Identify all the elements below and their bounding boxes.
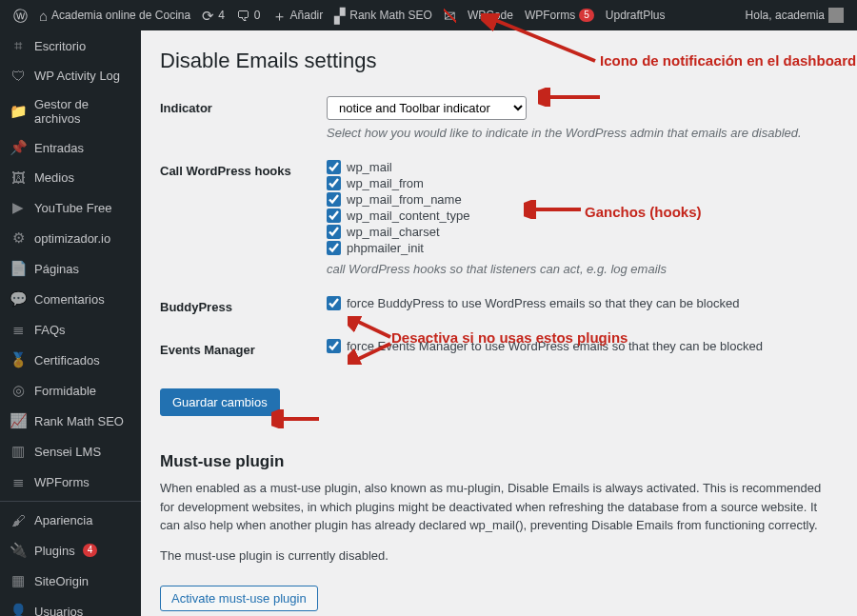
hello-label: Hola, academia bbox=[746, 9, 825, 22]
hook-label: phpmailer_init bbox=[347, 241, 424, 255]
buddypress-checkbox[interactable] bbox=[327, 296, 341, 310]
sidebar-item-youtube-free[interactable]: ▶YouTube Free bbox=[0, 192, 141, 223]
comments-count: 0 bbox=[254, 9, 261, 22]
comment-icon: 🗨 bbox=[236, 9, 250, 23]
wpforms-badge: 5 bbox=[579, 9, 594, 22]
menu-icon: 📈 bbox=[10, 412, 27, 429]
sidebar-item-label: optimizador.io bbox=[34, 231, 110, 246]
sidebar-item-label: Páginas bbox=[34, 262, 79, 276]
wordpress-icon: ⓦ bbox=[13, 9, 28, 23]
disable-emails-indicator[interactable]: ✉ bbox=[438, 9, 462, 23]
sidebar-item-comentarios[interactable]: 💬Comentarios bbox=[0, 284, 141, 314]
site-name[interactable]: ⌂Academia online de Cocina bbox=[33, 9, 196, 23]
sidebar-item-label: Rank Math SEO bbox=[34, 414, 124, 428]
menu-icon: 🏅 bbox=[10, 351, 27, 368]
hooks-list: wp_mailwp_mail_fromwp_mail_from_namewp_m… bbox=[327, 159, 838, 256]
home-icon: ⌂ bbox=[39, 9, 48, 23]
wp-logo[interactable]: ⓦ bbox=[8, 9, 33, 23]
menu-icon: ⌗ bbox=[10, 37, 27, 54]
sidebar-item-label: Certificados bbox=[34, 353, 100, 368]
sidebar-item-label: WP Activity Log bbox=[34, 69, 120, 83]
hook-checkbox-phpmailer_init[interactable] bbox=[327, 241, 341, 255]
hook-label: wp_mail_from_name bbox=[347, 192, 462, 207]
sidebar-item-certificados[interactable]: 🏅Certificados bbox=[0, 345, 141, 375]
site-name-label: Academia online de Cocina bbox=[51, 9, 190, 22]
content-area: Disable Emails settings Indicator notice… bbox=[141, 30, 857, 616]
sidebar-item-gestor-de-archivos[interactable]: 📁Gestor de archivos bbox=[0, 90, 141, 132]
mu-activate-button[interactable]: Activate must-use plugin bbox=[160, 586, 318, 611]
avatar-icon bbox=[828, 8, 844, 23]
admin-sidebar: ⌗Escritorio🛡WP Activity Log📁Gestor de ar… bbox=[0, 30, 141, 616]
updraft-label: UpdraftPlus bbox=[606, 9, 666, 22]
count-badge: 4 bbox=[83, 544, 98, 557]
sidebar-item-label: FAQs bbox=[34, 323, 66, 337]
hook-checkbox-wp_mail_content_type[interactable] bbox=[327, 209, 341, 223]
comments[interactable]: 🗨0 bbox=[230, 9, 267, 23]
hook-row: wp_mail_from_name bbox=[327, 191, 838, 208]
mu-desc: When enabled as a must-use plugin, also … bbox=[160, 479, 838, 535]
sidebar-item-label: SiteOrigin bbox=[34, 574, 89, 588]
sidebar-item-escritorio[interactable]: ⌗Escritorio bbox=[0, 30, 141, 61]
menu-icon: ▦ bbox=[10, 572, 27, 589]
mail-disabled-icon: ✉ bbox=[444, 9, 456, 23]
page-title: Disable Emails settings bbox=[160, 40, 838, 87]
rankmath-label: Rank Math SEO bbox=[349, 9, 432, 22]
wpcode-label: WPCode bbox=[468, 9, 513, 22]
rankmath-toolbar[interactable]: ▞Rank Math SEO bbox=[329, 9, 438, 23]
sidebar-item-rank-math-seo[interactable]: 📈Rank Math SEO bbox=[0, 406, 141, 436]
hook-checkbox-wp_mail_from_name[interactable] bbox=[327, 192, 341, 207]
add-new[interactable]: ＋Añadir bbox=[267, 9, 329, 23]
hook-row: wp_mail_charset bbox=[327, 224, 838, 240]
menu-icon: ◎ bbox=[10, 382, 27, 399]
hook-label: wp_mail bbox=[347, 160, 392, 174]
events-label: Events Manager bbox=[160, 328, 327, 371]
sidebar-item-faqs[interactable]: ≣FAQs bbox=[0, 314, 141, 345]
sidebar-item-label: Gestor de archivos bbox=[34, 97, 131, 126]
my-account[interactable]: Hola, academia bbox=[740, 8, 849, 23]
hook-checkbox-wp_mail_from[interactable] bbox=[327, 176, 341, 190]
sidebar-item-label: Medios bbox=[34, 170, 74, 185]
sidebar-item-plugins[interactable]: 🔌Plugins4 bbox=[0, 535, 141, 566]
hook-checkbox-wp_mail_charset[interactable] bbox=[327, 225, 341, 239]
sidebar-item-label: WPForms bbox=[34, 475, 90, 489]
sidebar-item-p-ginas[interactable]: 📄Páginas bbox=[0, 253, 141, 284]
save-button[interactable]: Guardar cambios bbox=[160, 388, 280, 416]
menu-icon: 🖌 bbox=[10, 512, 27, 528]
sidebar-item-wp-activity-log[interactable]: 🛡WP Activity Log bbox=[0, 61, 141, 90]
sidebar-item-sensei-lms[interactable]: ▥Sensei LMS bbox=[0, 436, 141, 467]
menu-icon: 👤 bbox=[10, 603, 27, 616]
menu-icon: 📄 bbox=[10, 260, 27, 277]
sidebar-item-entradas[interactable]: 📌Entradas bbox=[0, 132, 141, 163]
updraft-toolbar[interactable]: UpdraftPlus bbox=[600, 9, 671, 22]
sidebar-item-label: Apariencia bbox=[34, 513, 92, 527]
hook-label: wp_mail_content_type bbox=[347, 209, 469, 223]
menu-icon: ▥ bbox=[10, 443, 27, 460]
sidebar-item-label: Comentarios bbox=[34, 292, 105, 307]
settings-form: Indicator notice and Toolbar indicator S… bbox=[160, 87, 838, 371]
sidebar-item-label: Entradas bbox=[34, 141, 84, 155]
events-checkbox[interactable] bbox=[327, 339, 341, 353]
mu-status: The must-use plugin is currently disable… bbox=[160, 546, 838, 566]
updates[interactable]: ⟳4 bbox=[196, 9, 230, 23]
menu-icon: 🛡 bbox=[10, 68, 27, 84]
sidebar-item-optimizador-io[interactable]: ⚙optimizador.io bbox=[0, 223, 141, 253]
sidebar-item-label: Plugins bbox=[34, 544, 75, 558]
sidebar-item-medios[interactable]: 🖼Medios bbox=[0, 163, 141, 192]
hook-row: wp_mail_content_type bbox=[327, 208, 838, 224]
sidebar-item-siteorigin[interactable]: ▦SiteOrigin bbox=[0, 566, 141, 596]
menu-icon: ≣ bbox=[10, 321, 27, 338]
wpcode-toolbar[interactable]: WPCode bbox=[462, 9, 519, 22]
refresh-icon: ⟳ bbox=[202, 9, 214, 23]
indicator-select[interactable]: notice and Toolbar indicator bbox=[327, 96, 527, 120]
menu-icon: ⚙ bbox=[10, 229, 27, 247]
wpforms-toolbar[interactable]: WPForms5 bbox=[519, 9, 600, 22]
admin-toolbar: ⓦ ⌂Academia online de Cocina ⟳4 🗨0 ＋Añad… bbox=[0, 0, 857, 30]
mu-title: Must-use plugin bbox=[160, 433, 838, 479]
buddypress-label: BuddyPress bbox=[160, 286, 327, 328]
hook-label: wp_mail_from bbox=[347, 176, 424, 190]
sidebar-item-apariencia[interactable]: 🖌Apariencia bbox=[0, 501, 141, 535]
sidebar-item-usuarios[interactable]: 👤Usuarios bbox=[0, 596, 141, 616]
sidebar-item-formidable[interactable]: ◎Formidable bbox=[0, 375, 141, 406]
sidebar-item-wpforms[interactable]: ≣WPForms bbox=[0, 467, 141, 497]
hook-checkbox-wp_mail[interactable] bbox=[327, 160, 341, 174]
